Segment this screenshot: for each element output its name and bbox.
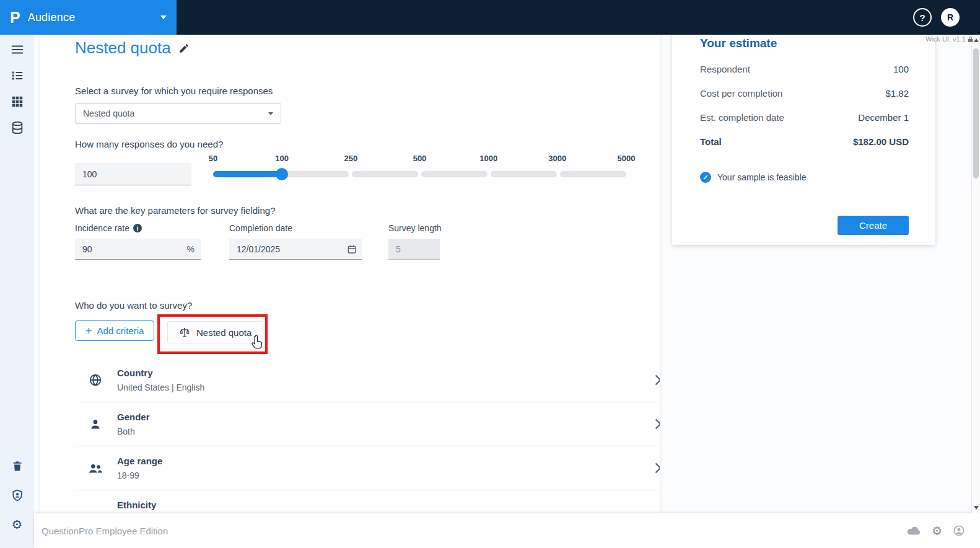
chevron-right-icon[interactable]: [654, 374, 660, 386]
check-circle-icon: ✓: [700, 172, 711, 183]
cloud-icon[interactable]: [906, 525, 921, 536]
criteria-subtitle: United States | English: [117, 382, 204, 393]
list-view-icon[interactable]: [10, 68, 25, 83]
gear-badge-icon[interactable]: ⚙: [932, 525, 942, 537]
chevron-down-icon[interactable]: [160, 15, 167, 19]
slider-tick-label: 5000: [618, 154, 636, 163]
globe-icon: [87, 373, 103, 387]
grid-view-icon[interactable]: [10, 94, 25, 109]
nested-quota-button[interactable]: Nested quota: [167, 321, 263, 343]
criteria-row-gender[interactable]: Gender Both: [75, 402, 660, 446]
survey-length-input: [388, 239, 440, 260]
topbar: P Audience ? R: [0, 0, 980, 35]
completion-date-label: Completion date: [229, 223, 292, 233]
create-button[interactable]: Create: [838, 216, 909, 235]
estimate-row-respondent: Respondent 100: [700, 64, 909, 74]
criteria-title: Age range: [117, 456, 162, 467]
responses-slider: 50 100 250 500 1000 3000 5000: [213, 152, 626, 192]
criteria-row-age-range[interactable]: Age range 18-99: [75, 446, 660, 490]
criteria-subtitle: Both: [117, 426, 150, 437]
balance-scale-icon: [179, 327, 190, 338]
estimate-title: Your estimate: [700, 37, 909, 50]
slider-tick-label: 500: [413, 154, 427, 163]
feasibility-status: ✓ Your sample is feasible: [700, 172, 909, 183]
slider-tick-label: 50: [209, 154, 217, 163]
footer: QuestionPro Employee Edition ⚙: [34, 513, 980, 548]
footer-edition-text: QuestionPro Employee Edition: [42, 526, 168, 536]
slider-track[interactable]: [213, 171, 626, 177]
criteria-title: Gender: [117, 412, 150, 423]
menu-icon[interactable]: [10, 42, 25, 57]
parameters-label: What are the key parameters for survey f…: [75, 205, 275, 216]
add-criteria-button[interactable]: + Add criteria: [75, 320, 154, 341]
criteria-row-country[interactable]: Country United States | English: [75, 358, 660, 402]
percent-suffix: %: [187, 244, 195, 254]
audience-label: Who do you want to survey?: [75, 300, 192, 311]
survey-select-dropdown[interactable]: Nested quota: [75, 103, 281, 124]
chevron-down-icon: [268, 112, 273, 115]
estimate-panel: Your estimate Respondent 100 Cost per co…: [672, 28, 935, 245]
survey-setup-panel: Nested quota Select a survey for which y…: [40, 28, 660, 513]
slider-thumb[interactable]: [276, 168, 288, 180]
help-button[interactable]: ?: [913, 8, 932, 27]
responses-label: How many responses do you need?: [75, 139, 223, 149]
admin-shield-icon[interactable]: [10, 488, 25, 503]
survey-select-value: Nested quota: [83, 108, 134, 118]
calendar-icon[interactable]: [347, 244, 357, 254]
plus-icon: +: [85, 325, 92, 337]
estimate-row-date: Est. completion date December 1: [700, 112, 909, 123]
trash-icon[interactable]: [10, 459, 25, 474]
scroll-down-arrow[interactable]: [974, 506, 979, 510]
product-switcher[interactable]: P Audience: [0, 0, 177, 35]
slider-tick-label: 1000: [479, 154, 497, 163]
page-title: Nested quota: [75, 38, 171, 58]
questionpro-logo-icon: P: [10, 10, 20, 25]
scrollbar-thumb[interactable]: [973, 48, 979, 179]
lock-icon: [968, 36, 973, 43]
version-label: Wick UI: v1.1: [925, 35, 973, 43]
survey-length-label: Survey length: [388, 223, 442, 233]
completion-date-input[interactable]: [229, 239, 362, 260]
account-support-icon[interactable]: [953, 524, 965, 537]
people-icon: [87, 462, 103, 474]
criteria-row-ethnicity[interactable]: Ethnicity: [75, 490, 660, 513]
person-icon: [87, 418, 103, 430]
info-icon[interactable]: i: [133, 224, 142, 232]
product-name: Audience: [28, 11, 76, 24]
sidebar: ⚙: [0, 35, 34, 548]
estimate-row-total: Total $182.00 USD: [700, 136, 909, 147]
estimate-row-cost: Cost per completion $1.82: [700, 88, 909, 99]
slider-tick-label: 100: [275, 154, 289, 163]
page-title-row: Nested quota: [75, 38, 190, 58]
criteria-title: Country: [117, 368, 204, 379]
incidence-rate-label: Incidence rate i: [75, 223, 142, 233]
responses-input[interactable]: [75, 163, 191, 185]
slider-tick-label: 3000: [548, 154, 566, 163]
chevron-right-icon[interactable]: [654, 418, 660, 430]
incidence-rate-input[interactable]: [75, 239, 201, 260]
edit-pencil-icon[interactable]: [178, 43, 190, 54]
slider-tick-label: 250: [344, 154, 357, 163]
scroll-up-arrow[interactable]: [974, 38, 979, 42]
survey-select-label: Select a survey for which you require re…: [75, 86, 273, 96]
criteria-list: Country United States | English Gender B…: [75, 358, 660, 513]
criteria-subtitle: 18-99: [117, 471, 162, 481]
feasibility-text: Your sample is feasible: [717, 172, 806, 182]
avatar[interactable]: R: [941, 8, 960, 27]
chevron-right-icon[interactable]: [654, 462, 660, 474]
criteria-title: Ethnicity: [117, 500, 156, 511]
page-scrollbar[interactable]: [971, 35, 980, 513]
settings-gear-icon[interactable]: ⚙: [10, 517, 25, 532]
database-icon[interactable]: [10, 120, 25, 135]
